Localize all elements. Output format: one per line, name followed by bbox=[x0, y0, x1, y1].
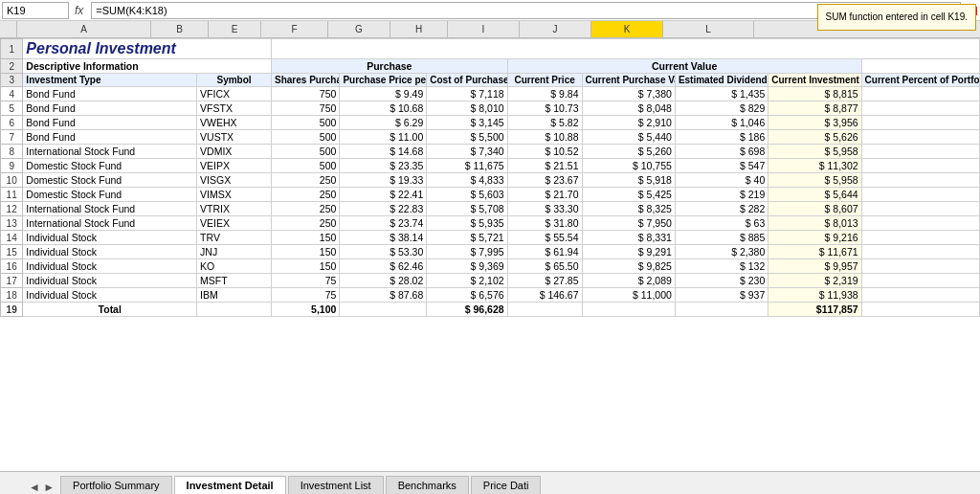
table-row: 11 Domestic Stock Fund VIMSX 250 $ 22.41… bbox=[1, 188, 980, 202]
row-num-2: 2 bbox=[1, 59, 23, 74]
table-row: 9 Domestic Stock Fund VEIPX 500 $ 23.35 … bbox=[1, 159, 980, 173]
purchase-header: Purchase bbox=[272, 59, 508, 74]
total-shares: 5,100 bbox=[272, 303, 340, 317]
formula-bar: K19 fx =SUM(K4:K18) ◄ SUM function enter… bbox=[0, 0, 980, 21]
current-value-header: Current Value bbox=[507, 59, 861, 74]
tab-nav-arrows[interactable]: ◄ ► bbox=[29, 481, 55, 494]
col-header-i[interactable]: I bbox=[448, 21, 520, 37]
col-header-g[interactable]: G bbox=[328, 21, 390, 37]
tab-price-data[interactable]: Price Dati bbox=[471, 476, 542, 494]
table-row: 14 Individual Stock TRV 150 $ 38.14 $ 5,… bbox=[1, 231, 980, 245]
pp-share[interactable]: $ 9.49 bbox=[340, 87, 427, 101]
sheet-content: 1 Personal Investment 2 Descriptive Info… bbox=[0, 38, 980, 471]
title-cell: Personal Investment bbox=[23, 39, 272, 59]
spreadsheet-table: 1 Personal Investment 2 Descriptive Info… bbox=[0, 38, 980, 317]
curr-purch-val[interactable]: $ 7,380 bbox=[582, 87, 675, 101]
total-curr-inv-val: $117,857 bbox=[768, 303, 861, 317]
row-2: 2 Descriptive Information Purchase Curre… bbox=[1, 59, 980, 74]
table-row: 15 Individual Stock JNJ 150 $ 53.30 $ 7,… bbox=[1, 245, 980, 259]
sub-header-purchase-price-per-share: Purchase Price per Share bbox=[340, 74, 427, 87]
sub-header-current-purchase-value: Current Purchase Value bbox=[582, 74, 675, 87]
sub-header-current-investment-value: Current Investment Value bbox=[768, 74, 861, 87]
fx-label: fx bbox=[71, 4, 87, 17]
total-row: 19 Total 5,100 $ 96,628 $117,857 bbox=[1, 303, 980, 317]
col-header-b[interactable]: B bbox=[151, 21, 209, 37]
table-row: 12 International Stock Fund VTRIX 250 $ … bbox=[1, 202, 980, 216]
sub-header-symbol: Symbol bbox=[197, 74, 272, 87]
total-label: Total bbox=[23, 303, 197, 317]
shares[interactable]: 750 bbox=[272, 87, 340, 101]
symbol[interactable]: VFICX bbox=[197, 87, 272, 101]
tab-investment-list[interactable]: Investment List bbox=[288, 476, 384, 494]
table-row: 17 Individual Stock MSFT 75 $ 28.02 $ 2,… bbox=[1, 274, 980, 288]
row-num-1: 1 bbox=[1, 39, 23, 59]
cell-ref-box[interactable]: K19 bbox=[2, 2, 69, 19]
tab-bar: ◄ ► Portfolio Summary Investment Detail … bbox=[0, 471, 980, 494]
investment-type[interactable]: Bond Fund bbox=[23, 87, 197, 101]
table-row: 5 Bond Fund VFSTX 750 $ 10.68 $ 8,010 $ … bbox=[1, 101, 980, 116]
curr-price[interactable]: $ 9.84 bbox=[507, 87, 582, 101]
table-row: 8 International Stock Fund VDMIX 500 $ 1… bbox=[1, 145, 980, 159]
col-header-l[interactable]: L bbox=[663, 21, 754, 37]
formula-note: SUM function entered in cell K19. bbox=[817, 4, 976, 31]
col-header-f[interactable]: F bbox=[261, 21, 328, 37]
total-cost: $ 96,628 bbox=[427, 303, 507, 317]
row-num-3: 3 bbox=[1, 74, 23, 87]
table-row: 13 International Stock Fund VEIEX 250 $ … bbox=[1, 216, 980, 231]
row-num: 4 bbox=[1, 87, 23, 101]
table-row: 7 Bond Fund VUSTX 500 $ 11.00 $ 5,500 $ … bbox=[1, 130, 980, 145]
col-header-row bbox=[0, 21, 17, 37]
sub-header-current-percent-portfolio: Current Percent of Portfolio bbox=[861, 74, 979, 87]
curr-inv-val[interactable]: $ 8,815 bbox=[768, 87, 861, 101]
sub-header-investment-type: Investment Type bbox=[23, 74, 197, 87]
table-row: 16 Individual Stock KO 150 $ 62.46 $ 9,3… bbox=[1, 259, 980, 274]
col-header-k[interactable]: K bbox=[591, 21, 663, 37]
table-row: 6 Bond Fund VWEHX 500 $ 6.29 $ 3,145 $ 5… bbox=[1, 116, 980, 130]
descriptive-header: Descriptive Information bbox=[23, 59, 272, 74]
sub-header-cost-of-purchase: Cost of Purchase bbox=[427, 74, 507, 87]
col-header-e[interactable]: E bbox=[209, 21, 261, 37]
sub-header-estimated-dividend-payments: Estimated Dividend Payments bbox=[675, 74, 768, 87]
est-div[interactable]: $ 1,435 bbox=[675, 87, 768, 101]
col-header-a[interactable]: A bbox=[17, 21, 151, 37]
tab-portfolio-summary[interactable]: Portfolio Summary bbox=[60, 476, 171, 494]
tab-investment-detail[interactable]: Investment Detail bbox=[174, 476, 286, 494]
table-row: 10 Domestic Stock Fund VISGX 250 $ 19.33… bbox=[1, 173, 980, 188]
sub-header-shares-purchased: Shares Purchased bbox=[272, 74, 340, 87]
table-row: 4 Bond Fund VFICX 750 $ 9.49 $ 7,118 $ 9… bbox=[1, 87, 980, 101]
col-header-h[interactable]: H bbox=[390, 21, 448, 37]
col-header-j[interactable]: J bbox=[520, 21, 591, 37]
tab-benchmarks[interactable]: Benchmarks bbox=[386, 476, 469, 494]
sub-header-current-price: Current Price bbox=[507, 74, 582, 87]
table-row: 18 Individual Stock IBM 75 $ 87.68 $ 6,5… bbox=[1, 288, 980, 303]
cost-purchase[interactable]: $ 7,118 bbox=[427, 87, 507, 101]
row-1: 1 Personal Investment bbox=[1, 39, 980, 59]
row-3: 3 Investment Type Symbol Shares Purchase… bbox=[1, 74, 980, 87]
